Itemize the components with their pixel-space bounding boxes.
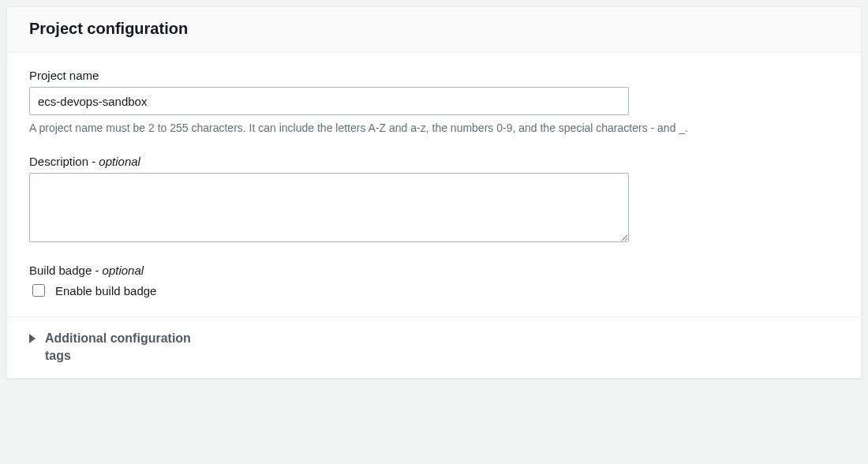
additional-configuration-toggle[interactable]: Additional configuration tags [29,330,839,364]
build-badge-label: Build badge - optional [29,264,839,277]
additional-configuration-section: Additional configuration tags [7,316,861,378]
project-name-group: Project name A project name must be 2 to… [29,69,839,136]
project-name-label: Project name [29,69,839,82]
project-name-input[interactable] [29,87,629,115]
description-input[interactable] [29,173,629,242]
build-badge-checkbox-row: Enable build badge [29,282,839,299]
description-group: Description - optional [29,155,839,245]
panel-body: Project name A project name must be 2 to… [7,53,861,316]
description-label: Description - optional [29,155,839,168]
additional-configuration-title: Additional configuration tags [45,330,191,364]
project-name-help: A project name must be 2 to 255 characte… [29,120,803,136]
panel-title: Project configuration [29,20,839,38]
project-configuration-panel: Project configuration Project name A pro… [6,6,862,379]
build-badge-group: Build badge - optional Enable build badg… [29,264,839,299]
enable-build-badge-checkbox[interactable] [32,284,45,297]
enable-build-badge-label[interactable]: Enable build badge [55,284,156,297]
caret-right-icon [29,334,36,343]
panel-header: Project configuration [7,7,861,53]
